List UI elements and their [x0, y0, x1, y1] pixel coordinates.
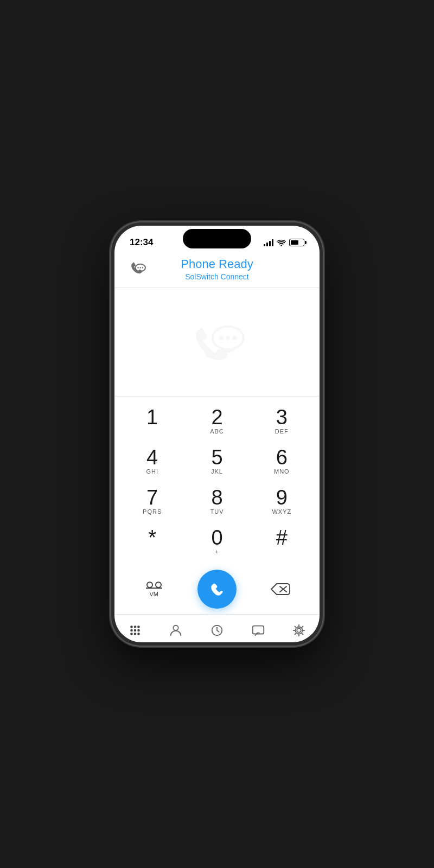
dialpad-row-1: 1 2 ABC 3 DEF	[120, 402, 314, 440]
dialpad-row-3: 7 PQRS 8 TUV 9 WXYZ	[120, 482, 314, 520]
center-logo-icon	[182, 315, 252, 369]
delete-icon	[270, 582, 290, 597]
key-star[interactable]: *	[128, 522, 177, 560]
header-title-area: Phone Ready SolSwitch Connect	[148, 257, 309, 281]
dialpad: 1 2 ABC 3 DEF 4 GHI 5	[114, 397, 320, 565]
voicemail-label: VM	[149, 591, 158, 597]
delete-button[interactable]	[256, 570, 304, 608]
svg-point-7	[232, 335, 237, 340]
dynamic-island	[183, 229, 251, 248]
svg-point-17	[133, 633, 136, 635]
svg-point-1	[137, 267, 139, 269]
dialpad-nav-icon	[128, 623, 142, 637]
svg-point-6	[226, 335, 230, 340]
key-1[interactable]: 1	[128, 402, 177, 440]
nav-recents[interactable]	[205, 621, 229, 640]
call-button[interactable]	[197, 570, 237, 609]
svg-point-22	[297, 628, 301, 632]
bottom-nav	[114, 614, 320, 642]
recents-nav-icon	[210, 623, 224, 637]
key-0[interactable]: 0 +	[193, 522, 241, 560]
nav-contacts[interactable]	[163, 621, 188, 640]
app-title: Phone Ready	[148, 257, 286, 271]
key-3[interactable]: 3 DEF	[257, 402, 306, 440]
phone-screen: 12:34	[114, 226, 320, 642]
svg-point-14	[133, 629, 136, 632]
svg-point-11	[133, 626, 136, 628]
key-hash[interactable]: #	[257, 522, 306, 560]
phone-call-icon	[208, 580, 226, 598]
nav-messages[interactable]	[246, 621, 271, 640]
wifi-icon	[277, 239, 286, 246]
logo-area	[114, 288, 320, 397]
contacts-nav-icon	[169, 623, 183, 637]
key-6[interactable]: 6 MNO	[257, 442, 306, 480]
key-8[interactable]: 8 TUV	[193, 482, 241, 520]
action-row: VM	[114, 565, 320, 614]
dialpad-row-2: 4 GHI 5 JKL 6 MNO	[120, 442, 314, 480]
key-4[interactable]: 4 GHI	[128, 442, 177, 480]
settings-nav-icon	[292, 623, 306, 637]
svg-point-5	[219, 335, 224, 340]
svg-point-3	[142, 267, 144, 269]
status-icons	[264, 239, 304, 246]
svg-point-15	[137, 629, 140, 632]
svg-point-18	[137, 633, 140, 635]
app-subtitle: SolSwitch Connect	[148, 272, 286, 281]
status-time: 12:34	[130, 237, 153, 248]
svg-point-19	[174, 626, 178, 630]
key-7[interactable]: 7 PQRS	[128, 482, 177, 520]
messages-nav-icon	[251, 623, 265, 637]
svg-point-12	[137, 626, 140, 628]
svg-point-10	[130, 626, 133, 628]
app-logo-icon	[125, 258, 148, 280]
signal-icon	[264, 239, 273, 246]
svg-point-16	[130, 633, 133, 635]
app-header: Phone Ready SolSwitch Connect	[114, 253, 320, 288]
nav-settings[interactable]	[286, 621, 311, 640]
key-2[interactable]: 2 ABC	[193, 402, 241, 440]
voicemail-button[interactable]: VM	[130, 570, 178, 608]
svg-point-2	[139, 267, 141, 269]
battery-icon	[289, 239, 304, 246]
key-9[interactable]: 9 WXYZ	[257, 482, 306, 520]
nav-dialpad[interactable]	[123, 621, 148, 640]
key-5[interactable]: 5 JKL	[193, 442, 241, 480]
voicemail-icon	[146, 582, 162, 589]
phone-frame: 12:34	[111, 222, 323, 646]
dialpad-row-4: * 0 + #	[120, 522, 314, 560]
svg-point-13	[130, 629, 133, 632]
